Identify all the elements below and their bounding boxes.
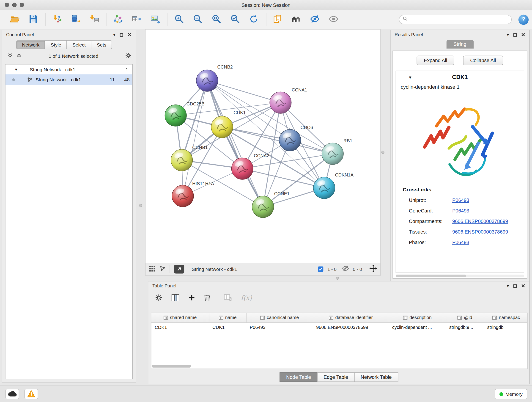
zoom-out-button[interactable] xyxy=(191,12,205,27)
warnings-button[interactable] xyxy=(25,389,38,399)
cell-id[interactable]: stringdb:9... xyxy=(446,322,484,332)
column-header[interactable]: @id xyxy=(446,313,484,322)
hidden-node-edge-count: 0 - 0 xyxy=(353,267,362,272)
expand-all-button[interactable]: Expand All xyxy=(417,56,454,65)
zoom-selected-button[interactable] xyxy=(228,12,242,27)
export-table-button[interactable] xyxy=(130,12,144,27)
tab-edge-table[interactable]: Edge Table xyxy=(317,372,355,382)
horizontal-splitter-handle[interactable] xyxy=(336,277,339,280)
network-node-CCNB2[interactable]: CCNB2 xyxy=(196,64,233,91)
table-horizontal-scrollbar[interactable] xyxy=(152,365,191,368)
collapse-all-icon[interactable] xyxy=(7,53,13,59)
import-table-from-file-button[interactable] xyxy=(87,12,101,27)
crosslink-row: Compartments: 9606.ENSP00000378699 xyxy=(409,216,524,226)
column-header[interactable]: shared name xyxy=(151,313,209,322)
section-disclosure-icon[interactable]: ▼ xyxy=(408,75,412,80)
delete-column-button[interactable] xyxy=(204,294,210,301)
cell-canonical-name[interactable]: P06493 xyxy=(246,322,313,332)
network-node-CDC6[interactable]: CDC6 xyxy=(279,125,313,151)
column-header[interactable]: canonical name xyxy=(246,313,313,322)
panel-float-icon[interactable] xyxy=(513,284,517,288)
network-node-CDK1[interactable]: CDK1 xyxy=(211,110,246,138)
new-network-from-selection-button[interactable] xyxy=(111,12,125,27)
cell-name[interactable]: CDK1 xyxy=(209,322,246,332)
help-button[interactable]: ? xyxy=(519,14,529,25)
right-splitter-handle[interactable] xyxy=(381,151,384,154)
statusbar-separator xyxy=(170,265,170,274)
table-row[interactable]: CDK1 CDK1 P06493 9606.ENSP00000378699 cy… xyxy=(151,322,527,332)
show-columns-button[interactable] xyxy=(171,294,180,301)
zoom-fit-button[interactable] xyxy=(209,12,224,27)
zoom-in-button[interactable] xyxy=(172,12,186,27)
export-image-button[interactable] xyxy=(148,12,162,27)
cell-namespace[interactable]: stringdb xyxy=(484,322,528,332)
network-node-CDKN1A[interactable]: CDKN1A xyxy=(313,172,354,199)
panel-float-icon[interactable] xyxy=(513,33,517,36)
tab-sets[interactable]: Sets xyxy=(91,40,112,49)
memory-button[interactable]: Memory xyxy=(495,389,527,399)
save-session-button[interactable] xyxy=(26,12,40,27)
open-session-button[interactable] xyxy=(7,12,22,27)
column-header[interactable]: database identifier xyxy=(313,313,389,322)
refresh-layout-button[interactable] xyxy=(247,12,261,27)
network-row-selected[interactable]: String Network - cdk1 11 48 xyxy=(6,74,133,85)
pan-crosshair-icon[interactable] xyxy=(370,265,377,274)
window-title: Session: New Session xyxy=(0,0,532,10)
network-collection-row[interactable]: ▼ String Network - cdk1 1 xyxy=(6,64,133,74)
disclosure-triangle-icon[interactable]: ▼ xyxy=(14,67,19,71)
panel-collapse-icon[interactable]: ▾ xyxy=(507,284,509,288)
genecard-link[interactable]: P06493 xyxy=(452,208,469,213)
add-column-button[interactable] xyxy=(188,294,195,301)
panel-close-icon[interactable] xyxy=(521,283,525,289)
selected-checkbox-icon[interactable] xyxy=(318,266,323,272)
import-network-from-file-button[interactable] xyxy=(50,12,64,27)
panel-collapse-icon[interactable]: ▾ xyxy=(507,33,509,37)
hidden-eye-slash-icon[interactable] xyxy=(342,266,349,273)
cell-database-identifier[interactable]: 9606.ENSP00000378699 xyxy=(313,322,389,332)
tab-select[interactable]: Select xyxy=(67,40,91,49)
import-network-from-database-button[interactable] xyxy=(69,12,83,27)
cell-description[interactable]: cyclin-dependent ... xyxy=(389,322,446,332)
compartments-link[interactable]: 9606.ENSP00000378699 xyxy=(452,218,508,224)
hide-selected-button[interactable] xyxy=(308,12,322,27)
crosslink-label: Tissues: xyxy=(409,229,452,235)
tab-network[interactable]: Network xyxy=(16,40,45,49)
network-node-HIST1H1A[interactable]: HIST1H1A xyxy=(172,181,214,207)
table-settings-button[interactable] xyxy=(155,294,163,301)
panel-close-icon[interactable] xyxy=(521,32,525,38)
tab-node-table[interactable]: Node Table xyxy=(280,372,317,382)
network-node-CCNB1[interactable]: CCNB1 xyxy=(171,145,208,171)
cloud-button[interactable] xyxy=(6,389,19,399)
open-in-new-window-button[interactable] xyxy=(174,265,184,274)
left-splitter-handle[interactable] xyxy=(139,204,142,207)
copy-documents-button[interactable] xyxy=(270,12,285,27)
network-node-CCNA1[interactable]: CCNA1 xyxy=(270,87,307,114)
results-horizontal-scrollbar[interactable] xyxy=(396,274,524,277)
tab-style[interactable]: Style xyxy=(45,40,67,49)
column-header[interactable]: namespac xyxy=(484,313,528,322)
network-view: CCNB2CCNA1CDC25BCDK1CDC6RB1CCNB1CCNA2CDK… xyxy=(145,29,381,275)
tissues-link[interactable]: 9606.ENSP00000378699 xyxy=(452,229,508,235)
column-header[interactable]: description xyxy=(389,313,446,322)
gear-icon[interactable] xyxy=(125,52,132,60)
network-view-share-icon[interactable] xyxy=(159,265,166,273)
collapse-all-button[interactable]: Collapse All xyxy=(463,56,503,65)
uniprot-link[interactable]: P06493 xyxy=(452,197,469,203)
search-input[interactable] xyxy=(410,17,508,22)
network-node-RB1[interactable]: RB1 xyxy=(322,138,352,165)
search-box[interactable] xyxy=(399,15,512,24)
grid-view-icon[interactable] xyxy=(149,265,155,273)
cell-shared-name[interactable]: CDK1 xyxy=(151,322,209,332)
panel-float-icon[interactable] xyxy=(120,33,123,36)
panel-collapse-icon[interactable]: ▾ xyxy=(114,33,115,37)
panel-close-icon[interactable] xyxy=(128,32,132,38)
expand-all-icon[interactable] xyxy=(16,53,22,59)
results-tab-string[interactable]: String xyxy=(446,40,473,49)
pharos-link[interactable]: P06493 xyxy=(452,240,469,245)
column-header[interactable]: name xyxy=(209,313,246,322)
show-all-button[interactable] xyxy=(326,12,341,27)
control-panel-header: Control Panel ▾ xyxy=(2,30,136,38)
network-canvas[interactable]: CCNB2CCNA1CDC25BCDK1CDC6RB1CCNB1CCNA2CDK… xyxy=(145,29,381,263)
tab-network-table[interactable]: Network Table xyxy=(354,372,398,382)
home-views-button[interactable] xyxy=(289,12,303,27)
